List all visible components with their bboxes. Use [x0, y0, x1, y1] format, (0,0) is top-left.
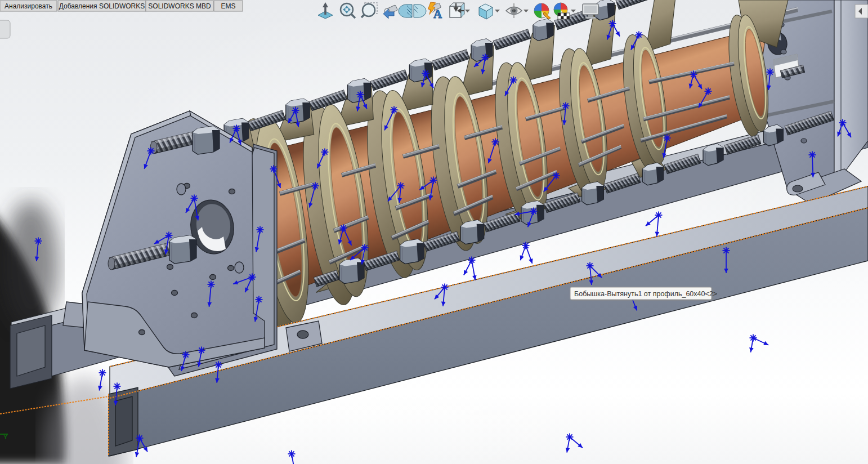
svg-text:SOLIDWORKS MBD: SOLIDWORKS MBD [148, 2, 211, 10]
svg-text:Анализировать: Анализировать [5, 2, 52, 10]
svg-text:A: A [433, 7, 442, 21]
svg-text:Y: Y [3, 434, 8, 440]
svg-text:EMS: EMS [221, 2, 235, 10]
svg-text:Добавления SOLIDWORKS: Добавления SOLIDWORKS [59, 2, 145, 10]
svg-text:Бобышка-Вытянуть1 от профиль_6: Бобышка-Вытянуть1 от профиль_60x40<2> [574, 290, 717, 298]
